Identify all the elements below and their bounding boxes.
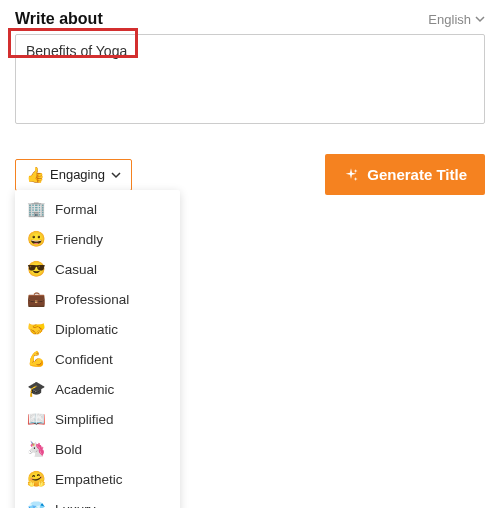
tone-option-label: Academic (55, 382, 114, 397)
tone-option-professional[interactable]: 💼Professional (15, 284, 180, 314)
tone-option-academic[interactable]: 🎓Academic (15, 374, 180, 404)
tone-option-confident[interactable]: 💪Confident (15, 344, 180, 374)
tone-dropdown: 🏢Formal😀Friendly😎Casual💼Professional🤝Dip… (15, 190, 180, 508)
language-label: English (428, 12, 471, 27)
tone-option-label: Formal (55, 202, 97, 217)
tone-option-luxury[interactable]: 💎Luxury (15, 494, 180, 508)
tone-option-casual[interactable]: 😎Casual (15, 254, 180, 284)
sparkle-icon (343, 167, 359, 183)
topic-text: Benefits of Yoga (26, 43, 474, 59)
tone-option-icon: 💼 (27, 290, 45, 308)
tone-option-simplified[interactable]: 📖Simplified (15, 404, 180, 434)
chevron-down-icon (111, 170, 121, 180)
tone-option-icon: 📖 (27, 410, 45, 428)
tone-option-diplomatic[interactable]: 🤝Diplomatic (15, 314, 180, 344)
tone-option-icon: 😎 (27, 260, 45, 278)
tone-option-icon: 💎 (27, 500, 45, 508)
tone-option-bold[interactable]: 🦄Bold (15, 434, 180, 464)
tone-option-label: Luxury (55, 502, 96, 509)
generate-button-label: Generate Title (367, 166, 467, 183)
write-about-label: Write about (15, 10, 103, 28)
tone-option-icon: 💪 (27, 350, 45, 368)
tone-option-label: Simplified (55, 412, 114, 427)
topic-textarea[interactable]: Benefits of Yoga (15, 34, 485, 124)
tone-option-label: Confident (55, 352, 113, 367)
tone-option-formal[interactable]: 🏢Formal (15, 194, 180, 224)
tone-option-label: Friendly (55, 232, 103, 247)
tone-option-label: Diplomatic (55, 322, 118, 337)
tone-option-icon: 😀 (27, 230, 45, 248)
tone-select-button[interactable]: 👍 Engaging (15, 159, 132, 191)
tone-option-label: Empathetic (55, 472, 123, 487)
tone-option-icon: 🦄 (27, 440, 45, 458)
tone-option-label: Bold (55, 442, 82, 457)
tone-option-friendly[interactable]: 😀Friendly (15, 224, 180, 254)
tone-option-empathetic[interactable]: 🤗Empathetic (15, 464, 180, 494)
tone-option-icon: 🤗 (27, 470, 45, 488)
tone-option-icon: 🎓 (27, 380, 45, 398)
generate-title-button[interactable]: Generate Title (325, 154, 485, 195)
tone-current-label: Engaging (50, 167, 105, 182)
thumbs-up-icon: 👍 (26, 166, 44, 184)
chevron-down-icon (475, 14, 485, 24)
tone-option-label: Professional (55, 292, 129, 307)
language-select[interactable]: English (428, 12, 485, 27)
tone-option-label: Casual (55, 262, 97, 277)
tone-option-icon: 🤝 (27, 320, 45, 338)
tone-option-icon: 🏢 (27, 200, 45, 218)
